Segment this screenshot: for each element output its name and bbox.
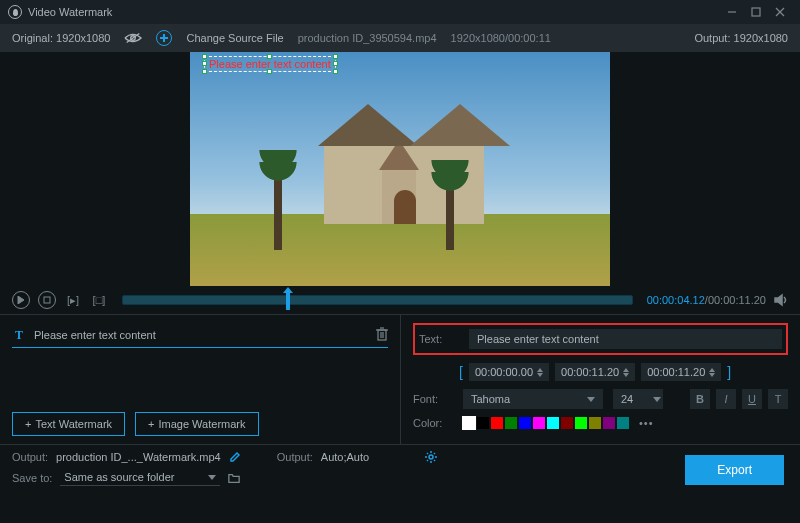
source-filename: production ID_3950594.mp4	[298, 32, 437, 44]
font-select[interactable]: Tahoma	[463, 389, 603, 409]
open-folder-icon[interactable]	[228, 472, 240, 484]
stop-button[interactable]	[38, 291, 56, 309]
time-start-input[interactable]: 00:00:00.00	[475, 366, 533, 378]
minimize-button[interactable]	[720, 0, 744, 24]
close-button[interactable]	[768, 0, 792, 24]
output-settings-icon[interactable]	[425, 451, 437, 463]
output-resolution: 1920x1080	[734, 32, 788, 44]
svg-rect-9	[44, 297, 50, 303]
color-swatch[interactable]	[617, 417, 629, 429]
change-source-link[interactable]: Change Source File	[186, 32, 283, 44]
font-label: Font:	[413, 393, 453, 405]
bracket-in-icon[interactable]: [	[459, 364, 463, 380]
original-resolution: 1920x1080	[56, 32, 110, 44]
watermark-list-item[interactable]: T	[12, 323, 388, 348]
play-button[interactable]	[12, 291, 30, 309]
export-button[interactable]: Export	[685, 455, 784, 485]
color-label: Color:	[413, 417, 453, 429]
watermark-text-input[interactable]	[469, 329, 782, 349]
time-end-input[interactable]: 00:00:11.20	[561, 366, 619, 378]
time-duration-input[interactable]: 00:00:11.20	[647, 366, 705, 378]
playhead-icon[interactable]	[286, 292, 290, 310]
mark-in-button[interactable]: [▸]	[64, 291, 82, 309]
chevron-down-icon	[653, 397, 661, 402]
strikethrough-button[interactable]: T	[768, 389, 788, 409]
svg-marker-10	[775, 295, 782, 305]
edit-output-name-icon[interactable]	[229, 451, 241, 463]
color-swatch[interactable]	[603, 417, 615, 429]
font-size-select[interactable]: 24	[613, 389, 663, 409]
svg-marker-8	[18, 296, 24, 304]
color-swatch[interactable]	[561, 417, 573, 429]
visibility-toggle-icon[interactable]	[124, 32, 142, 44]
text-type-icon: T	[12, 328, 26, 342]
volume-icon[interactable]	[774, 293, 788, 307]
time-dur-spinner[interactable]	[709, 368, 715, 377]
timecode-current: 00:00:04.12	[647, 294, 705, 306]
svg-rect-1	[752, 8, 760, 16]
maximize-button[interactable]	[744, 0, 768, 24]
add-source-icon[interactable]	[156, 30, 172, 46]
output-filename: production ID_..._Watermark.mp4	[56, 451, 221, 463]
color-swatch[interactable]	[575, 417, 587, 429]
italic-button[interactable]: I	[716, 389, 736, 409]
color-swatch-row	[463, 417, 629, 429]
add-image-watermark-button[interactable]: +Image Watermark	[135, 412, 258, 436]
save-to-label: Save to:	[12, 472, 52, 484]
original-label: Original:	[12, 32, 53, 44]
chevron-down-icon	[587, 397, 595, 402]
source-fileinfo: 1920x1080/00:00:11	[451, 32, 551, 44]
output-format-label: Output:	[277, 451, 313, 463]
time-end-spinner[interactable]	[623, 368, 629, 377]
text-field-label: Text:	[419, 333, 459, 345]
output-format-value: Auto;Auto	[321, 451, 369, 463]
save-to-select[interactable]: Same as source folder	[60, 469, 220, 486]
color-swatch[interactable]	[589, 417, 601, 429]
bold-button[interactable]: B	[690, 389, 710, 409]
output-file-label: Output:	[12, 451, 48, 463]
color-swatch[interactable]	[505, 417, 517, 429]
app-title: Video Watermark	[28, 6, 112, 18]
color-swatch[interactable]	[547, 417, 559, 429]
underline-button[interactable]: U	[742, 389, 762, 409]
time-start-spinner[interactable]	[537, 368, 543, 377]
timecode-total: 00:00:11.20	[708, 294, 766, 306]
color-swatch[interactable]	[519, 417, 531, 429]
watermark-overlay[interactable]: Please enter text content	[204, 56, 336, 72]
mark-out-button[interactable]: [□]	[90, 291, 108, 309]
color-swatch[interactable]	[463, 417, 475, 429]
color-swatch[interactable]	[477, 417, 489, 429]
chevron-down-icon	[208, 475, 216, 480]
add-text-watermark-button[interactable]: +Text Watermark	[12, 412, 125, 436]
timeline-slider[interactable]	[122, 295, 633, 305]
app-logo-icon	[8, 5, 22, 19]
svg-point-16	[429, 455, 433, 459]
svg-rect-11	[378, 330, 386, 340]
output-label: Output:	[694, 32, 730, 44]
watermark-item-input[interactable]	[34, 329, 368, 341]
color-swatch[interactable]	[533, 417, 545, 429]
delete-watermark-icon[interactable]	[376, 327, 388, 343]
color-swatch[interactable]	[491, 417, 503, 429]
more-colors-button[interactable]: •••	[639, 417, 654, 429]
bracket-out-icon[interactable]: ]	[727, 364, 731, 380]
video-preview[interactable]: Please enter text content	[190, 52, 610, 286]
